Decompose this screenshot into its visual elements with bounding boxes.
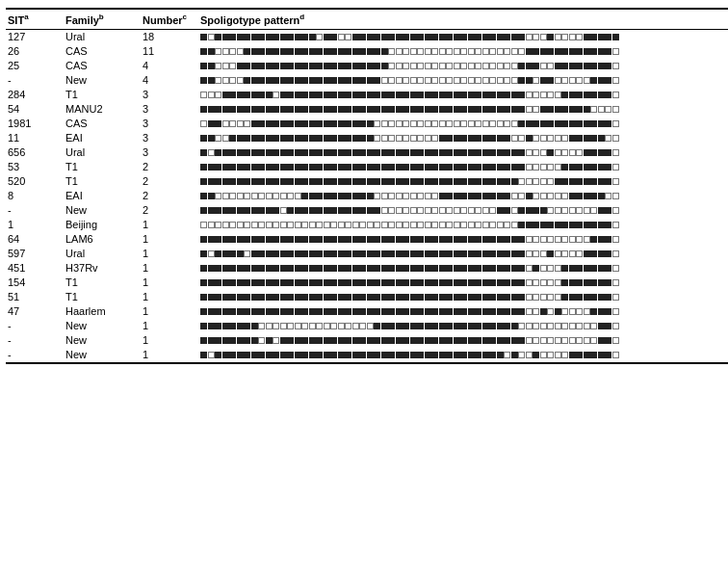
spoli-square [403, 337, 409, 344]
number-cell: 1 [141, 290, 198, 304]
spoli-square [584, 222, 590, 228]
spoli-square [468, 164, 475, 171]
spoli-square [280, 106, 287, 113]
spoli-square [324, 34, 330, 40]
spoli-square [388, 279, 395, 286]
number-cell: 1 [141, 261, 198, 276]
spoli-square [439, 279, 446, 286]
spoli-square [295, 164, 301, 171]
spoli-square [569, 106, 576, 113]
spoli-square [584, 193, 590, 199]
spoli-square [237, 77, 244, 84]
spoli-square [324, 207, 330, 214]
spoli-square [489, 106, 496, 113]
spoli-square [439, 164, 446, 171]
spoli-square [425, 352, 431, 358]
table-row: -New4 [6, 73, 728, 88]
spoli-square [526, 34, 533, 40]
spoli-square [417, 164, 424, 171]
spoli-square [200, 63, 207, 69]
spoli-square [381, 106, 388, 113]
spoli-square [258, 250, 265, 257]
spoli-square [475, 207, 481, 214]
spoli-square [266, 135, 273, 142]
spoli-square [605, 279, 611, 286]
spoli-square [540, 77, 547, 84]
spoli-square [352, 337, 359, 344]
spoli-square [511, 178, 518, 185]
spoli-square [511, 236, 518, 243]
spoli-square [403, 265, 409, 272]
spoli-square [489, 164, 496, 171]
family-cell: CAS [64, 44, 141, 59]
spoli-square [446, 178, 453, 185]
spoli-square [280, 294, 287, 301]
spoli-square [251, 92, 258, 98]
spoli-square [374, 48, 380, 55]
spoli-square [540, 236, 547, 243]
spoli-square [229, 193, 236, 199]
spoli-square [576, 308, 583, 315]
spoli-square [330, 106, 337, 113]
spoli-square [468, 120, 475, 127]
spoli-square [352, 48, 359, 55]
spoli-square [251, 120, 258, 127]
spoli-square [511, 149, 518, 156]
spoli-square [215, 323, 221, 329]
spoli-square [324, 120, 330, 127]
spoli-square [374, 352, 380, 358]
spoli-square [482, 279, 489, 286]
spoli-square [504, 106, 510, 113]
spoli-square [598, 149, 605, 156]
spoli-square [301, 222, 308, 228]
spoli-square [222, 164, 229, 171]
spoli-square [222, 207, 229, 214]
spoli-square [388, 323, 395, 329]
spoli-square [540, 222, 547, 228]
spoli-square [482, 48, 489, 55]
spoli-square [316, 164, 323, 171]
spoli-square [425, 308, 431, 315]
family-cell: T1 [64, 276, 141, 290]
spoli-square [273, 337, 279, 344]
spoli-square [555, 222, 561, 228]
spoli-cell [198, 160, 728, 174]
spoli-square [569, 34, 576, 40]
spoli-square [301, 265, 308, 272]
spoli-square [295, 236, 301, 243]
spoli-square [475, 77, 481, 84]
spoli-square [215, 207, 221, 214]
spoli-square [576, 279, 583, 286]
spoli-square [555, 77, 561, 84]
spoli-square [410, 193, 417, 199]
spoli-square [258, 63, 265, 69]
spoli-square [518, 308, 525, 315]
spoli-square [547, 236, 554, 243]
spoli-square [330, 265, 337, 272]
spoli-square [561, 164, 568, 171]
spoli-square [381, 265, 388, 272]
spoli-square [301, 337, 308, 344]
spoli-square [338, 279, 345, 286]
spoli-square [330, 149, 337, 156]
spoli-square [309, 352, 316, 358]
spoli-square [547, 178, 554, 185]
spoli-square [316, 34, 323, 40]
spoli-square [222, 149, 229, 156]
spoli-square [425, 63, 431, 69]
spoli-square [425, 77, 431, 84]
spoli-square [605, 323, 611, 329]
spoli-square [561, 207, 568, 214]
spoli-square [446, 236, 453, 243]
spoli-square [330, 135, 337, 142]
spoli-square [301, 106, 308, 113]
spoli-square [251, 178, 258, 185]
spoli-square [454, 135, 460, 142]
spoli-square [222, 193, 229, 199]
spoli-square [200, 207, 207, 214]
spoli-square [417, 265, 424, 272]
spoli-square [605, 48, 611, 55]
spoli-square [301, 149, 308, 156]
spoli-square [540, 279, 547, 286]
spoli-square [511, 352, 518, 358]
